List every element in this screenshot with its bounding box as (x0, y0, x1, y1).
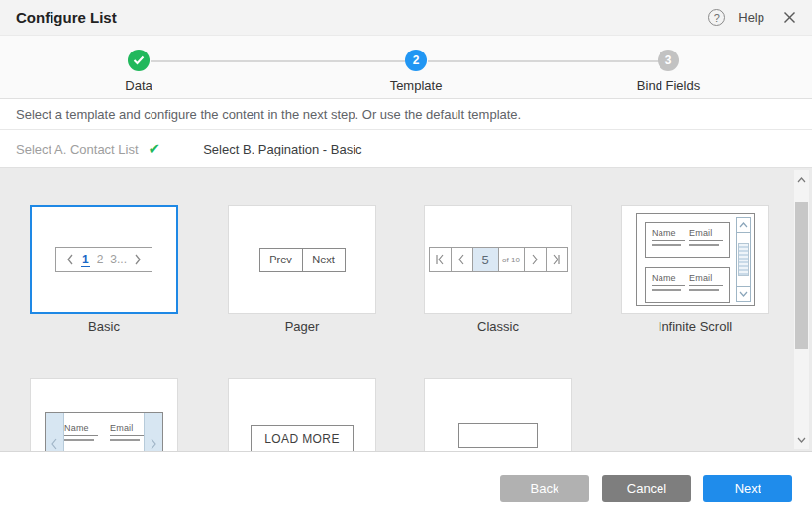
last-page-icon (546, 247, 568, 272)
step-complete-icon (128, 50, 150, 71)
page-number-current: 1 (81, 253, 90, 267)
dialog-footer: Back Cancel Next (0, 451, 812, 519)
template-gallery: 1 2 3... Basic Prev Next Pager (0, 168, 812, 451)
classic-pagination-preview: 5 of 10 (429, 247, 568, 272)
gallery-scrollbar[interactable] (794, 170, 809, 449)
help-icon[interactable]: ? (708, 9, 725, 26)
dialog-titlebar: Configure List ? Help (0, 0, 812, 36)
close-icon[interactable] (783, 11, 796, 24)
infinite-scroll-preview: Name Email Name Email (636, 213, 755, 306)
back-button[interactable]: Back (500, 475, 589, 502)
text-line (110, 439, 140, 441)
wizard-stepper: Data 2 Template 3 Bind Fields (0, 36, 812, 99)
text-line (64, 439, 94, 441)
template-label-basic: Basic (30, 319, 178, 334)
step-template[interactable]: 2 Template (356, 50, 475, 93)
scroll-up-icon[interactable] (794, 172, 809, 187)
empty-box-preview (458, 423, 538, 448)
name-column: Name (64, 423, 98, 451)
step-label: Bind Fields (609, 78, 728, 93)
titlebar-actions: ? Help (708, 9, 796, 26)
cancel-button[interactable]: Cancel (602, 475, 691, 502)
step-bind-fields[interactable]: 3 Bind Fields (609, 50, 728, 93)
step-number-badge: 2 (405, 50, 427, 71)
page-number: 2 (97, 253, 104, 266)
chevron-up-icon (737, 218, 750, 233)
chevron-right-icon (144, 413, 162, 451)
pager-preview: Prev Next (259, 248, 346, 272)
scrollbar-thumb[interactable] (795, 202, 808, 349)
text-line (652, 289, 681, 291)
template-card-custom[interactable] (424, 378, 572, 451)
text-line (652, 244, 681, 246)
template-label-classic: Classic (424, 319, 572, 334)
template-card-basic[interactable]: 1 2 3... (30, 205, 178, 314)
scrollbar-thumb (738, 243, 749, 276)
template-card-carousel[interactable]: Name Email (30, 378, 178, 451)
template-card-classic[interactable]: 5 of 10 (424, 205, 572, 314)
template-instructions: Select a template and configure the cont… (16, 107, 521, 122)
template-card-pager[interactable]: Prev Next (228, 205, 376, 314)
configure-list-dialog: Configure List ? Help Data 2 (0, 0, 812, 519)
chevron-down-icon (737, 286, 750, 301)
chevron-right-icon (524, 247, 547, 272)
basic-pagination-preview: 1 2 3... (55, 247, 152, 272)
name-column: Name (652, 228, 685, 252)
chevron-left-icon (46, 413, 64, 451)
step-data[interactable]: Data (79, 50, 198, 93)
check-icon: ✔ (149, 140, 161, 157)
template-label-infinite-scroll: Infinite Scroll (621, 319, 769, 334)
current-page-cell: 5 (472, 247, 499, 272)
prev-button-preview: Prev (259, 248, 303, 272)
email-column: Email (689, 228, 723, 252)
text-line (689, 244, 719, 246)
template-label-pager: Pager (228, 319, 376, 334)
next-button[interactable]: Next (703, 475, 792, 502)
page-title: Configure List (16, 9, 117, 26)
list-row-preview: Name Email (645, 267, 730, 303)
carousel-preview: Name Email (45, 412, 163, 451)
scroll-down-icon[interactable] (794, 432, 809, 447)
chevron-left-icon (451, 247, 473, 272)
help-button[interactable]: Help (738, 10, 764, 25)
select-a-contact-list[interactable]: Select A. Contact List (16, 142, 139, 156)
email-column: Email (110, 423, 144, 451)
chevron-left-icon (66, 254, 74, 265)
name-column: Name (652, 273, 685, 297)
step-label: Data (79, 78, 198, 93)
chevron-right-icon (134, 254, 142, 265)
list-row-preview: Name Email (645, 222, 730, 258)
first-page-icon (429, 247, 452, 272)
carousel-row-preview: Name Email (64, 413, 144, 451)
page-total-cell: of 10 (498, 247, 525, 272)
next-button-preview: Next (302, 248, 346, 272)
step-number-badge: 3 (658, 50, 679, 71)
template-card-infinite-scroll[interactable]: Name Email Name Email (621, 205, 769, 314)
text-line (689, 289, 719, 291)
info-bar: Select a template and configure the cont… (0, 99, 812, 130)
step-label: Template (356, 78, 475, 93)
selection-bar: Select A. Contact List ✔ Select B. Pagin… (0, 130, 812, 168)
email-column: Email (689, 273, 723, 297)
page-number: 3... (110, 253, 127, 266)
preview-scrollbar (736, 217, 751, 302)
load-more-button-preview: LOAD MORE (251, 425, 354, 451)
template-card-load-more[interactable]: LOAD MORE (228, 378, 376, 451)
select-b-pagination-label: Select B. Pagination - Basic (203, 142, 361, 156)
